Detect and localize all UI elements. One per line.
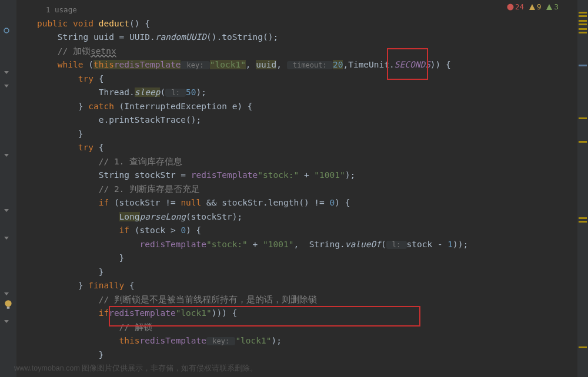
code-line[interactable]: Thread.sleep( l: 50); — [16, 86, 577, 100]
code-editor[interactable]: 24 9 3 1 usage public void deduct() { St… — [16, 0, 577, 377]
stripe-marker[interactable] — [579, 32, 587, 33]
stripe-marker[interactable] — [579, 12, 587, 14]
code-line[interactable]: // 1. 查询库存信息 — [16, 155, 577, 169]
code-line[interactable]: if (stockStr != null && stockStr.length(… — [16, 196, 577, 210]
stripe-marker[interactable] — [579, 28, 587, 30]
code-line[interactable]: // 解锁 — [16, 321, 577, 335]
fold-marker-icon[interactable] — [4, 81, 13, 90]
fold-marker-icon[interactable] — [4, 206, 13, 215]
code-line[interactable]: thisredisTemplate key: "lock1"); — [16, 334, 577, 348]
code-line[interactable]: if (stock > 0) { — [16, 224, 577, 238]
stripe-marker[interactable] — [579, 221, 587, 223]
fold-marker-icon[interactable] — [4, 150, 13, 160]
stripe-marker[interactable] — [579, 15, 587, 17]
fold-marker-icon[interactable] — [4, 68, 13, 77]
code-line[interactable]: } — [16, 265, 577, 280]
code-line[interactable]: String stockStr = redisTemplate"stock:" … — [16, 169, 577, 183]
code-line[interactable]: redisTemplate"stock:" + "1001", String.v… — [16, 238, 577, 252]
code-line[interactable]: } — [16, 348, 577, 362]
usages-hint[interactable]: 1 usage — [16, 3, 577, 17]
svg-point-0 — [4, 28, 9, 33]
stripe-marker[interactable] — [579, 141, 587, 143]
code-line[interactable]: ifredisTemplate"lock1"))) { — [16, 307, 577, 321]
fold-marker-icon[interactable] — [4, 289, 13, 298]
code-line[interactable]: public void deduct() { — [16, 17, 577, 31]
stripe-marker[interactable] — [579, 65, 587, 66]
code-line[interactable]: // 2. 判断库存是否充足 — [16, 183, 577, 197]
code-line[interactable]: } finally { — [16, 279, 577, 293]
stripe-marker[interactable] — [579, 346, 587, 348]
code-line[interactable]: while (thisredisTemplate key: "lock1", u… — [16, 58, 577, 72]
override-marker-icon[interactable] — [4, 26, 13, 35]
code-line[interactable]: // 判断锁是不是被当前线程所持有，是的话，则删除锁 — [16, 293, 577, 307]
code-line[interactable]: String uuid = UUID.randomUUID().toString… — [16, 31, 577, 45]
svg-rect-2 — [7, 307, 10, 308]
stripe-marker[interactable] — [579, 20, 587, 22]
code-line[interactable]: try { — [16, 72, 577, 86]
code-line[interactable]: try { — [16, 141, 577, 155]
code-line[interactable]: e.printStackTrace(); — [16, 113, 577, 127]
intention-bulb-icon[interactable] — [3, 299, 14, 310]
code-line[interactable]: LongparseLong(stockStr); — [16, 210, 577, 224]
editor-gutter — [0, 0, 16, 377]
code-line[interactable]: // 加锁setnx — [16, 45, 577, 59]
stripe-marker[interactable] — [579, 117, 587, 119]
svg-point-1 — [5, 300, 11, 307]
code-line[interactable]: } catch (InterruptedException e) { — [16, 100, 577, 114]
fold-marker-icon[interactable] — [4, 317, 13, 326]
error-stripe[interactable] — [577, 0, 588, 377]
code-line[interactable]: } — [16, 127, 577, 142]
fold-marker-icon[interactable] — [4, 233, 13, 243]
stripe-marker[interactable] — [579, 23, 587, 25]
stripe-marker[interactable] — [579, 217, 587, 219]
code-line[interactable]: } — [16, 251, 577, 265]
